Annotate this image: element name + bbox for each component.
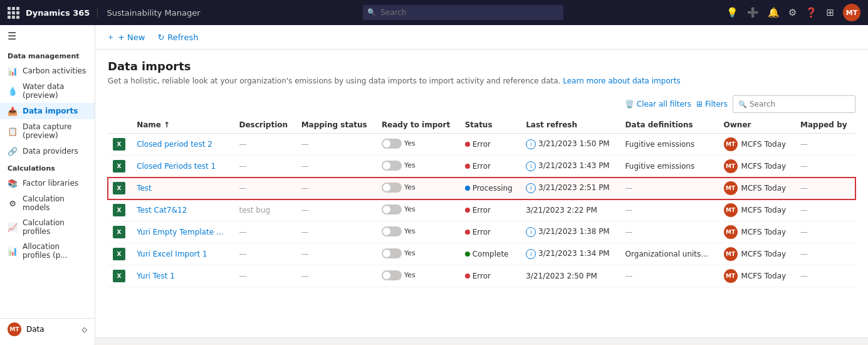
- cell-ready: Yes: [377, 199, 460, 221]
- status-dot-icon: [465, 142, 470, 147]
- cell-name[interactable]: Yuri Empty Template ...: [132, 221, 234, 243]
- sidebar-item-allocation-profiles[interactable]: 📊 Allocation profiles (p...: [0, 239, 95, 263]
- cell-excel-icon: X: [108, 199, 132, 221]
- table-search-box: 🔍: [733, 95, 855, 113]
- plus-icon[interactable]: ➕: [747, 7, 759, 18]
- owner-avatar: MT: [724, 269, 738, 283]
- bell-icon[interactable]: 🔔: [768, 7, 780, 18]
- cell-status: Complete: [460, 243, 521, 265]
- scroll-bar-area[interactable]: [95, 337, 868, 345]
- col-header-last-refresh[interactable]: Last refresh: [521, 117, 620, 134]
- help-icon[interactable]: ❓: [805, 7, 817, 18]
- sidebar-item-water-data[interactable]: 💧 Water data (preview): [0, 79, 95, 103]
- sidebar-item-data-imports[interactable]: 📥 Data imports: [0, 103, 95, 119]
- table-row[interactable]: X Yuri Test 1 — — Yes Error 3/21/2023 2:…: [108, 265, 855, 287]
- row-name-link[interactable]: Yuri Excel Import 1: [137, 250, 207, 258]
- cell-excel-icon: X: [108, 178, 132, 199]
- cell-name[interactable]: Test Cat7&12: [132, 199, 234, 221]
- row-name-link[interactable]: Yuri Empty Template ...: [137, 228, 223, 236]
- info-icon[interactable]: i: [526, 161, 536, 171]
- ready-toggle[interactable]: [382, 248, 402, 258]
- col-header-name-text[interactable]: Name ↑: [132, 117, 234, 134]
- ready-toggle[interactable]: [382, 226, 402, 236]
- excel-file-icon: X: [113, 226, 125, 238]
- cell-data-definitions: —: [620, 199, 719, 221]
- row-name-link[interactable]: Test: [137, 184, 152, 193]
- row-name-link[interactable]: Test Cat7&12: [137, 206, 187, 215]
- table-row[interactable]: X Closed period test 2 — — Yes Error i 3…: [108, 134, 855, 156]
- table-row[interactable]: X Yuri Excel Import 1 — — Yes Complete i…: [108, 243, 855, 265]
- new-button[interactable]: ＋ + New: [105, 29, 146, 45]
- ready-toggle[interactable]: [382, 204, 402, 215]
- global-search-input[interactable]: [363, 5, 563, 20]
- status-dot-icon: [465, 252, 470, 257]
- info-icon[interactable]: i: [526, 139, 536, 149]
- sidebar-item-carbon-activities[interactable]: 📊 Carbon activities: [0, 63, 95, 79]
- owner-avatar: MT: [724, 247, 738, 261]
- ready-toggle[interactable]: [382, 139, 402, 149]
- col-header-description[interactable]: Description: [234, 117, 296, 134]
- user-avatar[interactable]: MT: [843, 4, 860, 21]
- brand-label: Dynamics 365: [26, 8, 98, 18]
- sidebar-bottom-data[interactable]: MT Data ◇: [0, 318, 95, 340]
- cell-name[interactable]: Yuri Test 1: [132, 265, 234, 287]
- col-header-owner[interactable]: Owner: [719, 117, 795, 134]
- col-header-data-definitions[interactable]: Data definitions: [620, 117, 719, 134]
- cell-ready: Yes: [377, 134, 460, 156]
- refresh-button[interactable]: ↻ Refresh: [156, 30, 199, 45]
- cell-name[interactable]: Closed Periods test 1: [132, 156, 234, 178]
- col-header-mapped-by[interactable]: Mapped by: [795, 117, 855, 134]
- col-header-status[interactable]: Status: [460, 117, 521, 134]
- table-row[interactable]: X Closed Periods test 1 — — Yes Error i …: [108, 156, 855, 178]
- cell-excel-icon: X: [108, 134, 132, 156]
- cell-last-refresh: 3/21/2023 2:22 PM: [521, 199, 620, 221]
- row-name-link[interactable]: Yuri Test 1: [137, 272, 175, 280]
- table-controls: 🗑️ Clear all filters ⊞ Filters 🔍: [108, 95, 855, 113]
- cell-owner: MT MCFS Today: [719, 156, 795, 178]
- sidebar-item-factor-libraries[interactable]: 📚 Factor libraries: [0, 175, 95, 191]
- row-name-link[interactable]: Closed period test 2: [137, 140, 212, 149]
- cell-mapped-by: —: [795, 178, 855, 199]
- ready-toggle[interactable]: [382, 161, 402, 171]
- cell-description: —: [234, 221, 296, 243]
- cell-name[interactable]: Closed period test 2: [132, 134, 234, 156]
- excel-file-icon: X: [113, 270, 125, 282]
- learn-more-link[interactable]: Learn more about data imports: [563, 77, 680, 85]
- cell-owner: MT MCFS Today: [719, 178, 795, 199]
- row-name-link[interactable]: Closed Periods test 1: [137, 162, 216, 171]
- sidebar-item-calculation-models[interactable]: ⚙️ Calculation models: [0, 191, 95, 215]
- cell-owner: MT MCFS Today: [719, 134, 795, 156]
- clear-filters-button[interactable]: 🗑️ Clear all filters: [625, 100, 691, 109]
- page-area: Data imports Get a holistic, reliable lo…: [95, 50, 868, 337]
- cell-mapping-status: —: [296, 156, 377, 178]
- col-header-name[interactable]: [108, 117, 132, 134]
- info-icon[interactable]: i: [526, 227, 536, 237]
- sidebar-item-data-providers[interactable]: 🔗 Data providers: [0, 143, 95, 159]
- sidebar-toggle[interactable]: ☰: [0, 25, 95, 47]
- info-icon[interactable]: i: [526, 183, 536, 193]
- sidebar-item-data-capture[interactable]: 📋 Data capture (preview): [0, 119, 95, 143]
- info-icon[interactable]: i: [526, 249, 536, 259]
- col-header-mapping-status[interactable]: Mapping status: [296, 117, 377, 134]
- cell-name[interactable]: Yuri Excel Import 1: [132, 243, 234, 265]
- nav-action-icons: 💡 ➕ 🔔 ⚙️ ❓ ⊞ MT: [726, 4, 860, 21]
- table-row[interactable]: X Test — — Yes Processing i 3/21/2023 2:…: [108, 178, 855, 199]
- filters-button[interactable]: ⊞ Filters: [696, 100, 728, 109]
- sidebar-item-calculation-profiles[interactable]: 📈 Calculation profiles: [0, 215, 95, 239]
- page-title: Data imports: [108, 60, 855, 73]
- sidebar-section-data-management: Data management: [0, 47, 95, 63]
- col-header-ready[interactable]: Ready to import: [377, 117, 460, 134]
- table-row[interactable]: X Yuri Empty Template ... — — Yes Error …: [108, 221, 855, 243]
- ready-toggle[interactable]: [382, 270, 402, 280]
- ready-toggle[interactable]: [382, 183, 402, 193]
- sidebar-section-calculations: Calculations: [0, 159, 95, 175]
- lightbulb-icon[interactable]: 💡: [726, 7, 738, 18]
- table-row[interactable]: X Test Cat7&12 test bug — Yes Error 3/21…: [108, 199, 855, 221]
- app-launcher-icon[interactable]: [8, 7, 19, 19]
- cell-name[interactable]: Test: [132, 178, 234, 199]
- layout-icon[interactable]: ⊞: [826, 7, 834, 18]
- cell-ready: Yes: [377, 221, 460, 243]
- table-search-input[interactable]: [750, 100, 850, 109]
- settings-icon[interactable]: ⚙️: [788, 7, 797, 18]
- cell-owner: MT MCFS Today: [719, 221, 795, 243]
